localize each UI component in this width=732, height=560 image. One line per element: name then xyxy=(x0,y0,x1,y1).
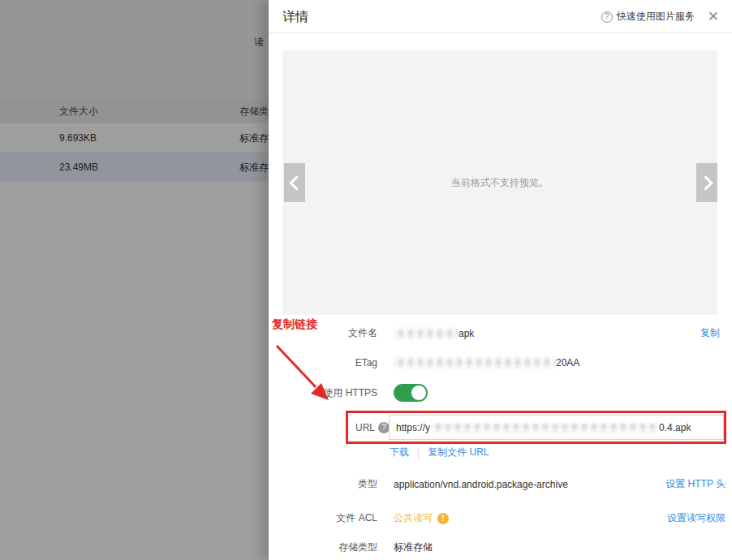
url-label-wrap: URL ? xyxy=(355,422,386,433)
preview-unsupported-message: 当前格式不支持预览。 xyxy=(451,176,549,190)
https-toggle[interactable] xyxy=(394,384,428,402)
chevron-left-icon xyxy=(289,175,304,190)
screen: 读 文件大小 存储类 9.693KB 标准存 23.49MB 标准存 详情 ? … xyxy=(0,0,732,560)
url-highlight-box: URL ? https://y 0.4.apk xyxy=(346,411,726,444)
question-circle-icon: ? xyxy=(601,11,613,23)
copy-file-url-link[interactable]: 复制文件 URL xyxy=(428,446,489,459)
modal-dim-overlay[interactable] xyxy=(0,0,269,560)
type-label: 类型 xyxy=(269,477,377,491)
panel-header: 详情 ? 快速使用图片服务 ✕ xyxy=(269,0,732,33)
previous-file-button[interactable] xyxy=(284,163,305,202)
https-toggle-knob xyxy=(411,385,427,401)
file-preview-area: 当前格式不支持预览。 xyxy=(282,50,717,315)
set-http-header-link[interactable]: 设置 HTTP 头 xyxy=(665,477,726,491)
chevron-right-icon xyxy=(698,175,713,190)
actions-divider: | xyxy=(417,447,420,459)
acl-row: 文件 ACL 公共读写 ! 设置读写权限 xyxy=(269,511,732,525)
question-circle-filled-icon: ? xyxy=(378,422,390,433)
filename-row: 文件名 apk 复制 xyxy=(269,326,732,340)
warning-circle-icon: ! xyxy=(437,513,449,524)
etag-label: ETag xyxy=(269,357,377,368)
type-row: 类型 application/vnd.android.package-archi… xyxy=(269,477,732,491)
use-https-label: 使用 HTTPS xyxy=(269,386,377,400)
type-value: application/vnd.android.package-archive xyxy=(394,479,568,490)
filename-value: apk xyxy=(394,328,474,339)
quick-image-service-link[interactable]: ? 快速使用图片服务 xyxy=(601,10,695,24)
etag-row: ETag 20AA xyxy=(269,357,732,368)
url-input[interactable]: https://y 0.4.apk xyxy=(389,415,724,440)
storage-type-label: 存储类型 xyxy=(269,541,377,554)
acl-value-wrap: 公共读写 ! xyxy=(394,511,449,525)
url-visible-suffix: 0.4.apk xyxy=(659,422,691,433)
url-actions-row: 下载 | 复制文件 URL xyxy=(390,446,489,459)
panel-header-actions: ? 快速使用图片服务 ✕ xyxy=(601,0,719,33)
url-label: URL xyxy=(355,422,375,433)
details-panel: 详情 ? 快速使用图片服务 ✕ 当前格式不支持预览。 复制链接 xyxy=(269,0,732,560)
copy-filename-button[interactable]: 复制 xyxy=(700,326,720,340)
filename-label: 文件名 xyxy=(269,326,377,340)
acl-value: 公共读写 xyxy=(394,511,433,525)
url-visible-prefix: https://y xyxy=(396,422,430,433)
set-acl-permissions-link[interactable]: 设置读写权限 xyxy=(667,511,726,525)
https-toggle-wrap xyxy=(394,384,428,402)
close-icon[interactable]: ✕ xyxy=(708,10,719,24)
etag-redacted-mosaic xyxy=(394,357,556,368)
file-acl-label: 文件 ACL xyxy=(269,511,377,525)
storage-type-row: 存储类型 标准存储 xyxy=(269,541,732,554)
next-file-button[interactable] xyxy=(696,163,717,202)
etag-value: 20AA xyxy=(394,357,579,368)
download-link[interactable]: 下载 xyxy=(390,446,409,459)
filename-redacted-mosaic xyxy=(394,328,459,339)
quick-image-service-label: 快速使用图片服务 xyxy=(617,10,695,24)
etag-visible-suffix: 20AA xyxy=(556,357,579,368)
filename-visible-suffix: apk xyxy=(459,328,474,339)
url-redacted-mosaic xyxy=(431,423,658,433)
storage-type-value: 标准存储 xyxy=(394,541,433,554)
https-row: 使用 HTTPS xyxy=(269,384,732,402)
panel-title: 详情 xyxy=(282,0,308,33)
